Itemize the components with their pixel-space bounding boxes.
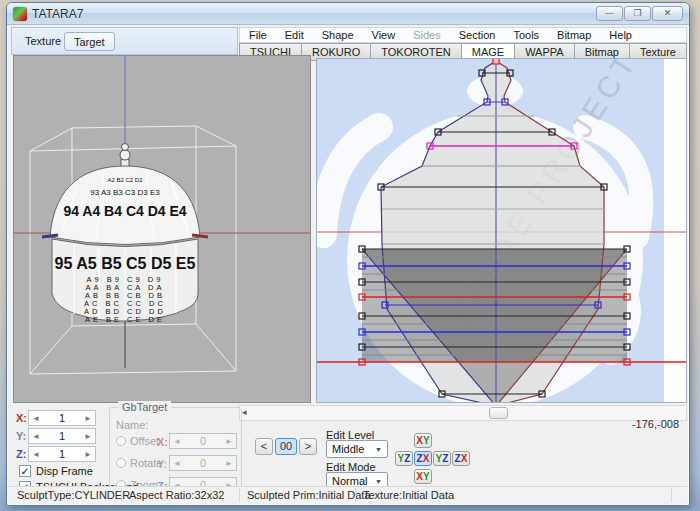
plane-yz-left-button[interactable]: YZ bbox=[395, 451, 413, 466]
gbtarget-name-label: Name: bbox=[116, 419, 148, 431]
svg-text:93 A3 B3 C3 D3 E3: 93 A3 B3 C3 D3 E3 bbox=[90, 188, 160, 197]
edit-level-value: Middle bbox=[332, 443, 364, 455]
scroll-thumb[interactable] bbox=[489, 407, 508, 419]
disp-frame-checkbox[interactable]: ✓ bbox=[19, 465, 31, 477]
app-icon bbox=[13, 7, 27, 21]
y-axis-label: Y: bbox=[16, 430, 26, 442]
x-axis-label: X: bbox=[16, 412, 27, 424]
menu-tools[interactable]: Tools bbox=[504, 28, 548, 42]
menu-view[interactable]: View bbox=[363, 28, 405, 42]
rotate-radio[interactable] bbox=[116, 458, 126, 468]
x-spinner[interactable]: ◄ 1 ► bbox=[28, 410, 96, 426]
status-separator bbox=[355, 488, 356, 502]
gbtarget-title: GbTarget bbox=[118, 401, 171, 413]
y-spin-right-icon[interactable]: ► bbox=[84, 432, 92, 441]
status-texture: Texture:Initial Data bbox=[363, 489, 454, 501]
plane-xy-top-button[interactable]: XY bbox=[414, 433, 432, 448]
mage-edit-scene: KANAE PROJECT bbox=[317, 59, 686, 402]
gbtarget-x-label: X: bbox=[157, 436, 168, 448]
rotate-radio-row: Rotate bbox=[116, 457, 162, 469]
offset-label: Offset bbox=[130, 435, 159, 447]
z-spin-left-icon[interactable]: ◄ bbox=[32, 450, 40, 459]
gbtarget-group: GbTarget Name: Offset X: ◄0► Rotate Y: ◄… bbox=[109, 407, 242, 496]
title-bar[interactable]: TATARA7 — ❐ ✕ bbox=[7, 3, 689, 25]
menu-sides: Sides bbox=[404, 28, 450, 42]
svg-text:95 A5 B5 C5 D5 E5: 95 A5 B5 C5 D5 E5 bbox=[55, 255, 196, 272]
cursor-coordinates: -176,-008 bbox=[632, 418, 679, 430]
z-spin-right-icon[interactable]: ► bbox=[84, 450, 92, 459]
tab-texture[interactable]: Texture bbox=[16, 32, 70, 51]
y-spin-value: 1 bbox=[40, 430, 84, 442]
edit-level-chevron-down-icon: ▼ bbox=[375, 446, 382, 453]
canvas-horizontal-scrollbar[interactable]: ◂ bbox=[239, 405, 687, 421]
offset-radio[interactable] bbox=[116, 436, 126, 446]
tab-target[interactable]: Target bbox=[64, 32, 115, 51]
menu-shape[interactable]: Shape bbox=[313, 28, 363, 42]
status-aspect-ratio: Aspect Ratio:32x32 bbox=[129, 489, 224, 501]
menu-bar: File Edit Shape View Sides Section Tools… bbox=[239, 27, 687, 43]
gbtarget-y-spinner: ◄0► bbox=[169, 455, 237, 471]
plane-zx-selected-button[interactable]: ZX bbox=[414, 451, 432, 466]
plane-xy-bottom-button[interactable]: XY bbox=[414, 469, 432, 484]
prev-frame-button[interactable]: < bbox=[255, 438, 273, 455]
edit-mode-chevron-down-icon: ▼ bbox=[375, 478, 382, 485]
app-window: TATARA7 — ❐ ✕ Texture Target File Edit S… bbox=[6, 2, 690, 506]
maximize-button[interactable]: ❐ bbox=[624, 6, 651, 21]
status-separator bbox=[239, 488, 240, 502]
x-spin-right-icon[interactable]: ► bbox=[84, 414, 92, 423]
window-controls: — ❐ ✕ bbox=[595, 6, 683, 21]
status-bar: SculptType:CYLINDER Aspect Ratio:32x32 S… bbox=[9, 486, 687, 503]
z-spin-value: 1 bbox=[40, 448, 84, 460]
svg-text:94 A4 B4 C4 D4 E4: 94 A4 B4 C4 D4 E4 bbox=[63, 203, 186, 219]
plane-yz-right-button[interactable]: YZ bbox=[433, 451, 451, 466]
z-spinner[interactable]: ◄ 1 ► bbox=[28, 446, 96, 462]
edit-level-select[interactable]: Middle ▼ bbox=[326, 440, 388, 458]
z-axis-label: Z: bbox=[16, 448, 26, 460]
minimize-button[interactable]: — bbox=[596, 6, 623, 21]
left-tab-strip: Texture Target bbox=[11, 27, 238, 55]
texture-3d-viewport[interactable]: A2 B2 C2 D2 93 A3 B3 C3 D3 E3 94 A4 B4 C… bbox=[13, 55, 311, 403]
texture-3d-scene: A2 B2 C2 D2 93 A3 B3 C3 D3 E3 94 A4 B4 C… bbox=[14, 56, 310, 402]
menu-section[interactable]: Section bbox=[450, 28, 505, 42]
plane-zx-right-button[interactable]: ZX bbox=[452, 451, 470, 466]
scroll-left-arrow[interactable]: ◂ bbox=[242, 407, 247, 417]
right-edge-mark bbox=[192, 235, 208, 237]
svg-text:A2 B2 C2 D2: A2 B2 C2 D2 bbox=[107, 177, 143, 183]
y-spinner[interactable]: ◄ 1 ► bbox=[28, 428, 96, 444]
gbtarget-x-spinner: ◄0► bbox=[169, 433, 237, 449]
window-title: TATARA7 bbox=[32, 7, 83, 21]
x-spin-left-icon[interactable]: ◄ bbox=[32, 414, 40, 423]
mage-edit-canvas[interactable]: KANAE PROJECT bbox=[316, 58, 687, 403]
menu-help[interactable]: Help bbox=[600, 28, 641, 42]
close-button[interactable]: ✕ bbox=[652, 6, 683, 21]
svg-text:AE BE CE DE: AE BE CE DE bbox=[85, 315, 165, 324]
status-separator bbox=[121, 488, 122, 502]
left-edge-mark bbox=[42, 235, 58, 237]
client-area: Texture Target File Edit Shape View Side… bbox=[9, 26, 687, 504]
disp-frame-row: ✓ Disp Frame bbox=[19, 465, 93, 477]
next-frame-button[interactable]: > bbox=[299, 438, 317, 455]
menu-file[interactable]: File bbox=[240, 28, 276, 42]
menu-edit[interactable]: Edit bbox=[276, 28, 313, 42]
status-sculpted-prim: Sculpted Prim:Initial Data bbox=[247, 489, 371, 501]
status-separator bbox=[671, 488, 672, 502]
disp-frame-label: Disp Frame bbox=[36, 465, 93, 477]
gbtarget-y-label: Y: bbox=[157, 458, 167, 470]
menu-bitmap[interactable]: Bitmap bbox=[548, 28, 600, 42]
y-spin-left-icon[interactable]: ◄ bbox=[32, 432, 40, 441]
status-sculpt-type: SculptType:CYLINDER bbox=[17, 489, 130, 501]
current-frame-button[interactable]: 00 bbox=[275, 438, 297, 455]
x-spin-value: 1 bbox=[40, 412, 84, 424]
sculpt-object: A2 B2 C2 D2 93 A3 B3 C3 D3 E3 94 A4 B4 C… bbox=[42, 144, 208, 325]
offset-radio-row: Offset bbox=[116, 435, 159, 447]
